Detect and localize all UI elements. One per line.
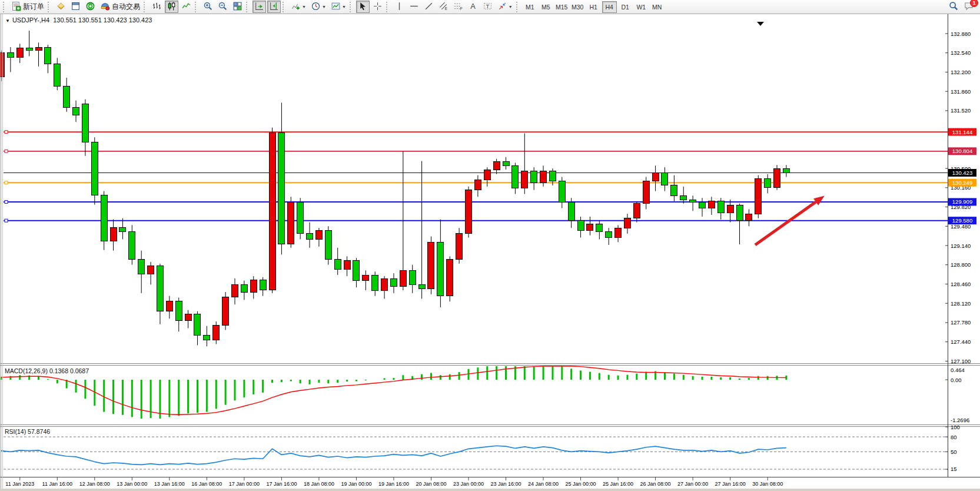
level-handle[interactable]: [5, 219, 8, 222]
candle-body: [652, 173, 659, 181]
price-badge-label: 130.249: [952, 180, 972, 186]
price-tick-label: 128.800: [951, 261, 971, 268]
candle-body: [559, 181, 565, 203]
notifications-button[interactable]: 1: [962, 1, 976, 13]
periods-button[interactable]: ▼: [309, 1, 328, 13]
diamond-icon: [56, 1, 66, 13]
timeframe-button-h1[interactable]: H1: [586, 1, 601, 13]
candle-body: [512, 165, 519, 188]
timeframe-button-m1[interactable]: M1: [523, 1, 537, 13]
chevron-down-icon[interactable]: ▼: [5, 18, 10, 24]
text-label-button[interactable]: T: [481, 1, 494, 13]
text-button[interactable]: A: [466, 1, 480, 13]
fibonacci-button[interactable]: F: [451, 1, 465, 13]
timeframe-button-w1[interactable]: W1: [634, 1, 649, 13]
indicators-button[interactable]: ▼: [289, 1, 308, 13]
candle-body: [531, 171, 537, 183]
timeframe-button-h4[interactable]: H4: [602, 1, 617, 13]
candle-body: [400, 270, 406, 286]
timeframe-button-d1[interactable]: D1: [618, 1, 633, 13]
timeframe-button-mn[interactable]: MN: [650, 1, 665, 13]
timeframe-button-m15[interactable]: M15: [554, 1, 569, 13]
price-badge-label: 131.144: [952, 129, 972, 135]
cursor-button[interactable]: [356, 1, 370, 13]
chart-title: ▼USDJPY-,H4 130.551 130.551 130.423 130.…: [5, 16, 152, 24]
timeframe-button-m30[interactable]: M30: [570, 1, 585, 13]
toolbar-group-grip: [144, 2, 148, 12]
candle-chart-button[interactable]: [165, 1, 178, 13]
textA-icon: A: [468, 1, 478, 13]
candle-body: [119, 227, 126, 232]
level-handle[interactable]: [5, 200, 8, 203]
candle-body: [447, 259, 453, 296]
candle-body: [456, 234, 463, 259]
price-badge-label: 130.423: [952, 170, 972, 176]
time-tick-label: 27 Jan 16:00: [715, 481, 746, 487]
templates-button[interactable]: ▼: [329, 1, 348, 13]
arrows-icon: [497, 1, 507, 13]
price-chart[interactable]: 132.880132.540132.200131.860131.520130.5…: [0, 14, 980, 491]
market-watch-button[interactable]: [54, 1, 68, 13]
candle-body: [503, 162, 509, 166]
svg-text:A: A: [470, 2, 476, 11]
bar-chart-button[interactable]: [150, 1, 164, 13]
navigator-button[interactable]: [84, 1, 97, 13]
rsi-axis-label: 80: [951, 434, 957, 440]
horizontal-line-button[interactable]: [407, 1, 421, 13]
zoom-out-button[interactable]: [216, 1, 230, 13]
candle-body: [690, 200, 696, 203]
macd-indicator-label: MACD(12,26,9) 0.1368 0.0687: [5, 367, 89, 374]
auto-scroll-icon: [254, 1, 264, 13]
indicator-icon: [291, 1, 301, 13]
price-tick-label: 128.120: [951, 300, 971, 307]
candle-body: [250, 280, 257, 293]
vertical-line-button[interactable]: [393, 1, 406, 13]
candle-body: [390, 279, 397, 287]
auto-trading-button-label: 自动交易: [112, 2, 140, 12]
mt4-terminal-window: { "toolbar": { "new_order_label": "新订单",…: [0, 0, 980, 491]
candle-body: [73, 107, 79, 115]
linechart-icon: [181, 1, 191, 13]
window-bottom-edge: [0, 489, 980, 491]
candle-body: [194, 314, 201, 335]
search-icon: [948, 1, 959, 13]
search-button[interactable]: [946, 1, 961, 13]
candle-body: [26, 48, 32, 51]
new-order-button[interactable]: 新订单: [9, 1, 46, 13]
auto-trading-button[interactable]: 自动交易: [98, 1, 142, 13]
zoom-in-button[interactable]: [201, 1, 215, 13]
chart-shift-button[interactable]: [267, 1, 281, 13]
rsi-axis-label: 100: [951, 424, 960, 430]
labelT-icon: T: [483, 1, 493, 13]
candle-body: [148, 266, 154, 274]
fibo-icon: F: [453, 1, 463, 13]
chart-title-ohlc: 130.551 130.551 130.423 130.423: [53, 16, 152, 24]
toolbar-group-grip: [3, 2, 8, 12]
level-handle[interactable]: [5, 181, 8, 184]
level-handle[interactable]: [5, 131, 8, 134]
chart-area[interactable]: 132.880132.540132.200131.860131.520130.5…: [0, 14, 980, 491]
price-tick-label: 129.140: [951, 243, 971, 249]
price-tick-label: 132.200: [951, 69, 971, 75]
dropdown-arrow-icon: ▼: [509, 5, 513, 9]
candle-body: [334, 259, 341, 269]
candle-body: [774, 168, 780, 188]
channel-icon: E: [438, 1, 449, 13]
timeframe-button-m5[interactable]: M5: [539, 1, 553, 13]
line-chart-button[interactable]: [180, 1, 193, 13]
tile-windows-button[interactable]: [231, 1, 244, 13]
dropdown-arrow-icon: ▼: [342, 5, 346, 9]
candle-body: [129, 232, 135, 259]
candle-body: [16, 48, 23, 57]
arrows-button[interactable]: ▼: [496, 1, 514, 13]
candle-body: [606, 232, 612, 238]
data-window-button[interactable]: [69, 1, 82, 13]
level-handle[interactable]: [5, 150, 8, 152]
trendline-button[interactable]: [422, 1, 436, 13]
auto-scroll-button[interactable]: [253, 1, 266, 13]
candle-body: [91, 142, 98, 195]
crosshair-button[interactable]: [371, 1, 384, 13]
channel-button[interactable]: E: [437, 1, 450, 13]
candle-body: [204, 335, 210, 340]
candle-body: [596, 224, 603, 231]
